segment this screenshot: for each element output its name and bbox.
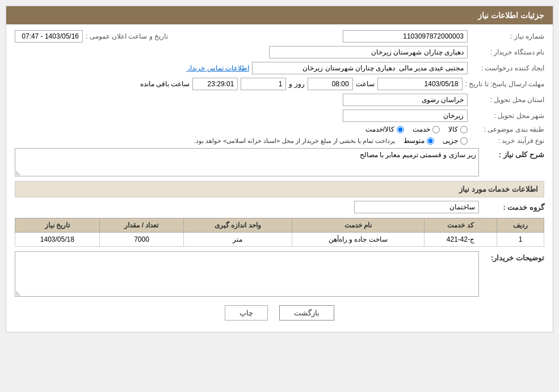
shahr-row: شهر محل تحویل : — [15, 109, 544, 122]
grohe-khadamat-row: گروه خدمت : — [15, 201, 544, 213]
tabaqe-label: طبقه بندی موضوعی : — [470, 125, 544, 133]
farayand-notice: پرداخت تمام یا بخشی از مبلغ خریدار از مح… — [194, 137, 395, 145]
farayand-jozii-item: جزیی — [443, 137, 468, 145]
tabaqe-khadamat-item: خدمت — [413, 125, 440, 133]
col-nam: نام خدمت — [292, 218, 424, 233]
taarikh-label: تاریخ و ساعت اعلان عمومی : — [86, 32, 168, 40]
farayand-jozii-label: جزیی — [443, 137, 458, 145]
tabaqe-kala-radio[interactable] — [460, 126, 468, 133]
shomare-niaz-input[interactable] — [343, 30, 468, 43]
cell-tarikh: 1403/05/18 — [15, 233, 100, 247]
no-farayand-row: نوع فرآیند خرید : جزیی متوسط پرداخت تمام… — [15, 137, 544, 145]
nam-dastgah-input[interactable] — [269, 46, 468, 58]
buyer-note-label: توضیحات خریدار: — [482, 251, 544, 262]
mohlat-label: مهلت ارسال پاسخ: تا تاریخ : — [465, 80, 544, 88]
tabaqe-kala-label: کالا — [448, 125, 458, 133]
services-table-header-row: ردیف کد خدمت نام خدمت واحد اندازه گیری ت… — [15, 218, 544, 233]
shahr-input[interactable] — [343, 109, 468, 122]
tabaqe-khadamat-label: خدمت — [413, 125, 430, 133]
col-tedad: تعداد / مقدار — [99, 218, 184, 233]
mohlat-roz-input[interactable] — [241, 78, 286, 90]
mohlat-roz-label: روز و — [289, 80, 304, 88]
ostan-label: استان محل تحویل : — [470, 96, 544, 104]
ostan-input[interactable] — [343, 94, 468, 106]
table-row: 1 ج-42-421 ساخت جاده و راه‌آهن متر 7000 … — [15, 233, 544, 247]
cell-kod: ج-42-421 — [424, 233, 497, 247]
khadamat-section-header: اطلاعات خدمات مورد نیاز — [15, 181, 544, 197]
shahr-label: شهر محل تحویل : — [470, 112, 544, 120]
nam-dastgah-label: نام دستگاه خریدار : — [470, 48, 544, 56]
services-table-head: ردیف کد خدمت نام خدمت واحد اندازه گیری ت… — [15, 218, 544, 233]
shomare-niaz-row: شماره نیاز : تاریخ و ساعت اعلان عمومی : — [15, 30, 544, 43]
farayand-radio-group: جزیی متوسط — [404, 137, 468, 145]
tabaqe-radio-group: کالا خدمت کالا/خدمت — [365, 125, 468, 133]
farayand-motavasset-label: متوسط — [404, 137, 424, 145]
ijad-konande-input[interactable] — [252, 62, 468, 74]
print-button[interactable]: چاپ — [225, 305, 268, 321]
panel-title: جزئیات اطلاعات نیاز — [478, 11, 544, 20]
no-farayand-label: نوع فرآیند خرید : — [470, 137, 544, 145]
shomare-niaz-label: شماره نیاز : — [470, 32, 544, 40]
cell-nam: ساخت جاده و راه‌آهن — [292, 233, 424, 247]
sherh-label: شرح کلی نیاز : — [482, 148, 544, 159]
services-table-section: ردیف کد خدمت نام خدمت واحد اندازه گیری ت… — [15, 218, 544, 247]
grohe-khadamat-label: گروه خدمت : — [482, 203, 544, 212]
buyer-note-section: توضیحات خریدار: — [15, 251, 544, 297]
cell-radif: 1 — [497, 233, 544, 247]
cell-vahed: متر — [184, 233, 292, 247]
col-kod: کد خدمت — [424, 218, 497, 233]
farayand-motavasset-radio[interactable] — [427, 137, 434, 145]
services-table: ردیف کد خدمت نام خدمت واحد اندازه گیری ت… — [15, 218, 544, 247]
col-tarikh: تاریخ نیاز — [15, 218, 100, 233]
farayand-motavasset-item: متوسط — [404, 137, 434, 145]
cell-tedad: 7000 — [99, 233, 184, 247]
mohlat-time-input[interactable] — [308, 78, 353, 90]
col-vahed: واحد اندازه گیری — [184, 218, 292, 233]
page-container: جزئیات اطلاعات نیاز شماره نیاز : تاریخ و… — [0, 0, 559, 392]
tabaqe-kalaKhadamat-radio[interactable] — [397, 126, 404, 133]
back-button[interactable]: بازگشت — [279, 305, 334, 321]
buyer-note-textarea[interactable] — [15, 251, 479, 297]
tabaqe-kalaKhadamat-label: کالا/خدمت — [365, 125, 394, 133]
taarikh-input[interactable] — [15, 30, 83, 43]
nam-dastgah-row: نام دستگاه خریدار : — [15, 46, 544, 58]
main-panel: جزئیات اطلاعات نیاز شماره نیاز : تاریخ و… — [6, 6, 553, 332]
col-radif: ردیف — [497, 218, 544, 233]
ijad-konande-label: ایجاد کننده درخواست : — [470, 64, 544, 72]
buttons-row: بازگشت چاپ — [15, 305, 544, 321]
farayand-jozii-radio[interactable] — [460, 137, 468, 145]
mohlat-baqi-label: ساعت باقی مانده — [140, 80, 190, 88]
sherh-textarea[interactable] — [15, 148, 479, 176]
panel-header: جزئیات اطلاعات نیاز — [6, 6, 553, 24]
tabaqe-kala-item: کالا — [448, 125, 468, 133]
grohe-khadamat-input[interactable] — [354, 201, 479, 213]
mohlat-baqi-input[interactable] — [192, 78, 238, 90]
tabaqe-khadamat-radio[interactable] — [432, 126, 440, 133]
contact-info-link[interactable]: اطلاعات تماس خریدار — [187, 64, 249, 72]
mohlat-time-label: ساعت — [356, 80, 375, 88]
services-table-body: 1 ج-42-421 ساخت جاده و راه‌آهن متر 7000 … — [15, 233, 544, 247]
ostan-row: استان محل تحویل : — [15, 94, 544, 106]
sherh-row: شرح کلی نیاز : — [15, 148, 544, 176]
ijad-konande-row: ایجاد کننده درخواست : اطلاعات تماس خریدا… — [15, 62, 544, 74]
mohlat-row: مهلت ارسال پاسخ: تا تاریخ : ساعت روز و س… — [15, 78, 544, 90]
panel-body: شماره نیاز : تاریخ و ساعت اعلان عمومی : … — [6, 24, 553, 332]
mohlat-date-input[interactable] — [377, 78, 463, 90]
tabaqe-row: طبقه بندی موضوعی : کالا خدمت کالا/خدمت — [15, 125, 544, 133]
tabaqe-kalaKhadamat-item: کالا/خدمت — [365, 125, 404, 133]
